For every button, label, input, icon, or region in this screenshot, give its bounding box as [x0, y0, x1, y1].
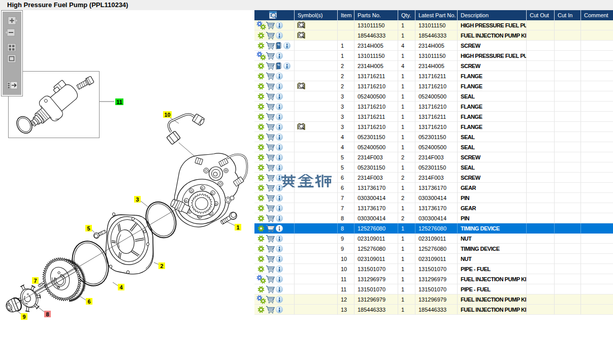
svg-text:5: 5 — [87, 225, 90, 231]
svg-text:4: 4 — [119, 284, 123, 290]
svg-text:1: 1 — [236, 224, 239, 230]
svg-text:3: 3 — [136, 196, 139, 203]
svg-text:10: 10 — [164, 112, 170, 118]
svg-text:8: 8 — [46, 311, 49, 317]
svg-text:6: 6 — [87, 299, 90, 305]
svg-text:11: 11 — [116, 99, 122, 105]
svg-text:9: 9 — [22, 314, 25, 320]
svg-text:2: 2 — [160, 263, 163, 269]
svg-text:7: 7 — [34, 278, 37, 284]
